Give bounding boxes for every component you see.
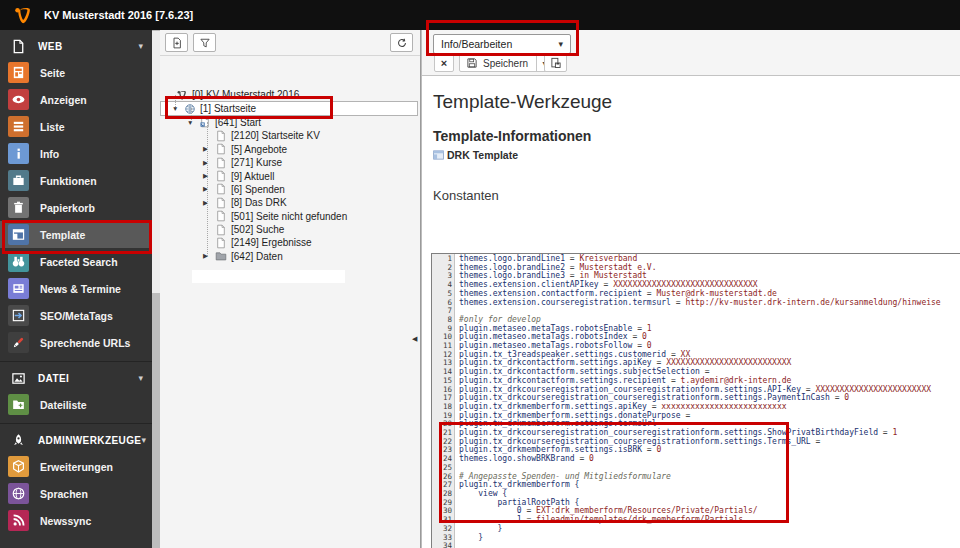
sidebar-item-anzeigen[interactable]: Anzeigen [0,86,152,113]
tree-node-label: [502] Suche [231,224,284,235]
page-shortcut-icon [199,116,212,128]
tree-node-502-suche[interactable]: [502] Suche [160,223,418,236]
sidebar-item-label: Funktionen [40,175,97,187]
sidebar-item-template[interactable]: Template [0,221,152,248]
sidebar-item-label: Dateiliste [40,399,87,411]
tree-node-2120-startseite-kv[interactable]: [2120] Startseite KV [160,129,418,142]
constants-editor[interactable]: 1234567891011121314151617181920212223242… [431,253,960,548]
module-mode-select[interactable]: Info/Bearbeiten ▾ [433,34,571,54]
briefcase-icon [8,170,29,191]
app-title: KV Musterstadt 2016 [7.6.23] [44,9,193,21]
chevron-right-icon[interactable]: ▶ [203,145,215,153]
sidebar-section-adminwerkzeuge[interactable]: ADMINWERKZEUGE▾ [0,427,152,453]
template-record-row[interactable]: DRK Template [432,149,960,161]
sidebar-item-info[interactable]: Info [0,140,152,167]
tree-node-label: [1] Startseite [200,103,256,114]
line-numbers: 1234567891011121314151617181920212223242… [432,254,455,548]
tree-node-1-startseite[interactable]: ▼[1] Startseite [160,101,418,115]
chevron-right-icon[interactable]: ▶ [203,252,215,260]
collapse-tree-icon[interactable]: ◀ [412,331,420,347]
template-name: DRK Template [447,149,518,161]
sidebar-item-newssync[interactable]: Newssync [0,507,152,534]
sidebar-item-erweiterungen[interactable]: Erweiterungen [0,453,152,480]
sidebar-section-datei[interactable]: DATEI▾ [0,365,152,391]
new-page-button[interactable] [165,33,188,52]
constants-heading: Konstanten [433,188,960,203]
page-icon [215,224,228,236]
tree-node-5-angebote[interactable]: ▶[5] Angebote [160,143,418,156]
save-close-button[interactable] [544,54,567,72]
sidebar-item-liste[interactable]: Liste [0,113,152,140]
typo3-logo-icon[interactable] [13,5,33,25]
sidebar-item-sprechende-urls[interactable]: Sprechende URLs [0,329,152,356]
sidebar-item-label: Erweiterungen [40,461,113,473]
sidebar-item-label: Anzeigen [40,94,87,106]
chevron-down-icon[interactable]: ▼ [187,119,199,126]
news-icon [8,278,29,299]
eye-icon [8,89,29,110]
constants-code: themes.logo.brandLine1 = Kreisverband th… [455,254,941,548]
chevron-down-icon: ▾ [141,435,146,445]
filter-icon [199,37,211,49]
template-icon [432,149,445,161]
tree-toolbar [160,30,420,56]
sidebar-item-dateiliste[interactable]: Dateiliste [0,391,152,418]
tree-node-label: [9] Aktuell [231,171,274,182]
tree-guide-line [207,122,208,256]
sidebar-item-faceted-search[interactable]: Faceted Search [0,248,152,275]
sidebar-item-seite[interactable]: Seite [0,59,152,86]
list-icon [8,116,29,137]
chevron-down-icon: ▾ [558,39,563,49]
rss-icon [8,510,29,531]
tree-node-label: [8] Das DRK [231,197,287,208]
page-title: Template-Werkzeuge [433,91,960,113]
pen-icon [8,332,29,353]
tree-node-0-kv-musterstadt-2016[interactable]: [0] KV Musterstadt 2016 [160,88,418,101]
sidebar-item-papierkorb[interactable]: Papierkorb [0,194,152,221]
chevron-down-icon[interactable]: ▼ [172,105,184,112]
page-icon [215,130,228,142]
sidebar-item-funktionen[interactable]: Funktionen [0,167,152,194]
page-icon [215,210,228,222]
sidebar-scrollbar[interactable] [152,30,160,548]
tree-node-2149-ergebnisse[interactable]: [2149] Ergebnisse [160,236,418,249]
sidebar-item-seo-metatags[interactable]: SEO/MetaTags [0,302,152,329]
save-icon [466,57,483,69]
web-icon [11,39,26,54]
tree-node-8-das-drk[interactable]: ▶[8] Das DRK [160,196,418,209]
sidebar-item-label: News & Termine [40,283,121,295]
tree-node-label: [0] KV Musterstadt 2016 [192,89,299,100]
chevron-right-icon[interactable]: ▶ [203,185,215,193]
sidebar-item-sprachen[interactable]: Sprachen [0,480,152,507]
tree-node-641-start[interactable]: ▼[641] Start [160,116,418,129]
chevron-down-icon: ▾ [138,41,143,51]
tree-node-642-daten[interactable]: ▶[642] Daten [160,250,418,263]
sidebar-section-label: ADMINWERKZEUGE [38,435,141,446]
tree-node-9-aktuell[interactable]: ▶[9] Aktuell [160,169,418,182]
module-content-panel: Info/Bearbeiten ▾ × Speichern ▾ Template… [421,30,960,548]
sidebar-item-label: Sprechende URLs [40,337,130,349]
refresh-tree-button[interactable] [390,33,413,52]
sidebar-section-web[interactable]: WEB▾ [0,33,152,59]
tree-inline-input[interactable] [192,270,345,283]
filelist-icon [8,394,29,415]
sidebar-item-news-termine[interactable]: News & Termine [0,275,152,302]
sidebar-scrollbar-thumb[interactable] [152,31,160,293]
tree-node-label: [641] Start [215,117,261,128]
page-tree-panel: [0] KV Musterstadt 2016▼[1] Startseite▼[… [160,30,421,548]
tree-node-501-seite-nicht-gefunden[interactable]: [501] Seite nicht gefunden [160,210,418,223]
sidebar-item-label: Faceted Search [40,256,118,268]
typo3-root-icon [176,89,189,101]
chevron-right-icon[interactable]: ▶ [203,172,215,180]
info-icon [8,143,29,164]
save-close-icon [550,57,562,69]
tree-node-271-kurse[interactable]: ▶[271] Kurse [160,156,418,169]
filter-button[interactable] [193,33,216,52]
save-button[interactable]: Speichern ▾ [459,54,553,72]
tree-node-6-spenden[interactable]: ▶[6] Spenden [160,183,418,196]
close-document-button[interactable]: × [434,54,454,72]
chevron-right-icon[interactable]: ▶ [203,199,215,207]
page-icon [215,170,228,182]
chevron-right-icon[interactable]: ▶ [203,159,215,167]
folder-icon [215,250,228,262]
